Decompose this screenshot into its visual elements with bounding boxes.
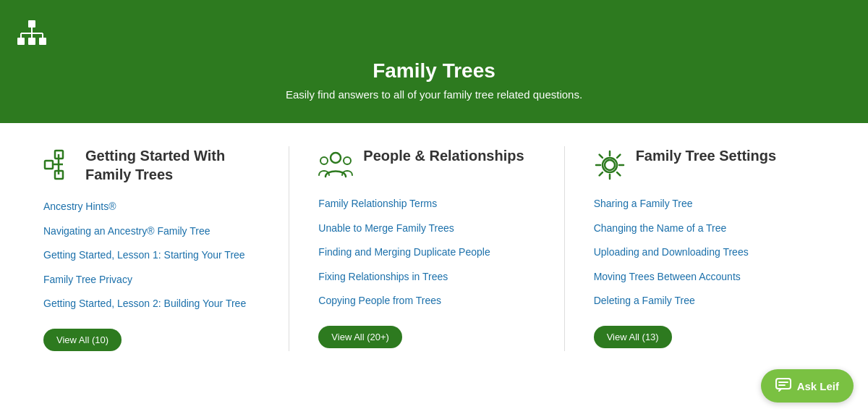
list-item: Family Relationship Terms xyxy=(318,197,549,211)
link-changing-name[interactable]: Changing the Name of a Tree xyxy=(594,222,727,234)
ask-leif-button[interactable]: Ask Leif xyxy=(761,369,854,380)
link-uploading-downloading[interactable]: Uploading and Downloading Trees xyxy=(594,246,749,258)
view-all-col3-button[interactable]: View All (13) xyxy=(594,326,672,348)
family-tree-icon xyxy=(14,17,854,52)
list-item: Moving Trees Between Accounts xyxy=(594,270,825,285)
col1-links-list: Ancestry Hints® Navigating an Ancestry® … xyxy=(43,200,274,311)
chat-icon xyxy=(775,378,791,380)
page-subtitle: Easily find answers to all of your famil… xyxy=(14,88,854,101)
svg-point-17 xyxy=(344,157,351,164)
list-item: Ancestry Hints® xyxy=(43,200,274,214)
column-getting-started: Getting Started With Family Trees Ancest… xyxy=(29,146,289,351)
view-all-col1-button[interactable]: View All (10) xyxy=(43,329,122,351)
col3-title: Family Tree Settings xyxy=(636,146,777,165)
link-navigating[interactable]: Navigating an Ancestry® Family Tree xyxy=(43,225,210,237)
page-title: Family Trees xyxy=(14,59,854,83)
svg-rect-0 xyxy=(28,20,35,28)
column-family-tree-settings: Family Tree Settings Sharing a Family Tr… xyxy=(579,146,839,351)
link-ancestry-hints[interactable]: Ancestry Hints® xyxy=(43,201,116,212)
svg-rect-1 xyxy=(17,38,25,45)
link-lesson2[interactable]: Getting Started, Lesson 2: Building Your… xyxy=(43,298,246,309)
gear-icon xyxy=(594,149,626,181)
list-item: Getting Started, Lesson 2: Building Your… xyxy=(43,297,274,311)
list-item: Copying People from Trees xyxy=(318,294,549,308)
list-item: Family Tree Privacy xyxy=(43,273,274,287)
link-deleting[interactable]: Deleting a Family Tree xyxy=(594,295,695,306)
svg-point-15 xyxy=(331,153,341,163)
list-item: Navigating an Ancestry® Family Tree xyxy=(43,224,274,239)
list-item: Sharing a Family Tree xyxy=(594,197,825,211)
svg-rect-2 xyxy=(28,38,35,45)
column-people-relationships: People & Relationships Family Relationsh… xyxy=(304,146,564,351)
list-item: Unable to Merge Family Trees xyxy=(318,222,549,236)
link-lesson1[interactable]: Getting Started, Lesson 1: Starting Your… xyxy=(43,249,245,261)
link-sharing[interactable]: Sharing a Family Tree xyxy=(594,198,693,209)
page-header: Family Trees Easily find answers to all … xyxy=(0,0,868,121)
link-fixing-relationships[interactable]: Fixing Relationships in Trees xyxy=(318,271,448,282)
col2-title: People & Relationships xyxy=(363,146,524,165)
list-item: Changing the Name of a Tree xyxy=(594,222,825,236)
col1-title: Getting Started With Family Trees xyxy=(85,146,274,184)
list-item: Uploading and Downloading Trees xyxy=(594,245,825,260)
col2-links-list: Family Relationship Terms Unable to Merg… xyxy=(318,197,549,308)
sitemap-icon xyxy=(43,149,75,181)
people-icon xyxy=(318,149,353,181)
link-finding-merging[interactable]: Finding and Merging Duplicate People xyxy=(318,246,490,258)
list-item: Deleting a Family Tree xyxy=(594,294,825,308)
svg-rect-3 xyxy=(39,38,46,45)
link-unable-merge[interactable]: Unable to Merge Family Trees xyxy=(318,222,454,234)
link-privacy[interactable]: Family Tree Privacy xyxy=(43,274,132,285)
link-copying-people[interactable]: Copying People from Trees xyxy=(318,295,441,306)
list-item: Fixing Relationships in Trees xyxy=(318,270,549,285)
link-moving-trees[interactable]: Moving Trees Between Accounts xyxy=(594,271,741,282)
list-item: Getting Started, Lesson 1: Starting Your… xyxy=(43,248,274,263)
main-content: Getting Started With Family Trees Ancest… xyxy=(0,121,868,380)
svg-rect-9 xyxy=(45,161,53,169)
view-all-col2-button[interactable]: View All (20+) xyxy=(318,326,402,348)
svg-point-16 xyxy=(320,157,328,164)
svg-rect-20 xyxy=(776,379,791,380)
col1-header: Getting Started With Family Trees xyxy=(43,146,274,184)
list-item: Finding and Merging Duplicate People xyxy=(318,245,549,260)
col2-header: People & Relationships xyxy=(318,146,549,181)
svg-point-18 xyxy=(605,160,615,170)
col3-header: Family Tree Settings xyxy=(594,146,825,181)
col3-links-list: Sharing a Family Tree Changing the Name … xyxy=(594,197,825,308)
link-relationship-terms[interactable]: Family Relationship Terms xyxy=(318,198,437,209)
